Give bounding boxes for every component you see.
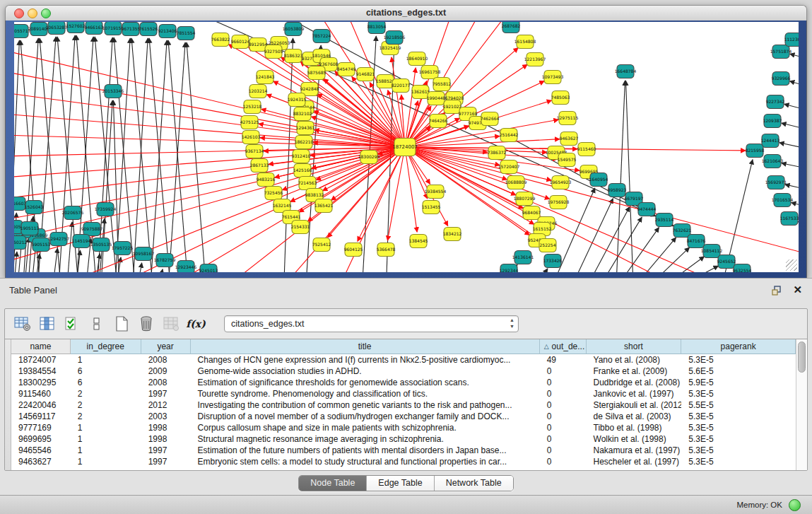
graph-node[interactable]: 1733426 xyxy=(543,255,563,268)
graph-node[interactable]: 10958167 xyxy=(133,247,155,261)
graph-node[interactable]: 9466163 xyxy=(85,22,104,35)
graph-node[interactable]: 5366478 xyxy=(377,243,396,257)
close-panel-icon[interactable]: ✕ xyxy=(793,284,802,296)
graph-node[interactable]: 8186323 xyxy=(284,49,303,63)
graph-node[interactable]: 1905113 xyxy=(20,222,40,235)
graph-node[interactable]: 10653287 xyxy=(46,22,68,35)
graph-node[interactable]: 1834212 xyxy=(443,228,462,241)
graph-node[interactable]: 7485063 xyxy=(551,91,570,105)
graph-node[interactable]: 1526043 xyxy=(25,201,44,214)
graph-node[interactable]: 2935114 xyxy=(655,214,674,227)
graph-node[interactable]: 10973493 xyxy=(542,71,564,84)
graph-node[interactable]: 7386372 xyxy=(488,146,507,160)
graph-node[interactable]: 9671355 xyxy=(122,23,141,36)
graph-node[interactable]: 1549575 xyxy=(558,153,577,167)
graph-node[interactable]: 5875685 xyxy=(307,66,326,80)
table-row[interactable]: 1938455462009Genome-wide association stu… xyxy=(11,366,796,377)
tab-edge-table[interactable]: Edge Table xyxy=(367,476,434,491)
graph-node[interactable]: 19218506 xyxy=(384,31,406,45)
graph-node[interactable]: 1145194 xyxy=(72,235,91,248)
graph-node[interactable]: 16782759 xyxy=(154,254,176,267)
graph-node[interactable]: 9327505 xyxy=(264,45,283,59)
graph-node[interactable]: 9684067 xyxy=(522,206,541,220)
graph-node[interactable]: 8471676 xyxy=(687,235,706,248)
graph-node[interactable]: 16053809 xyxy=(283,23,305,36)
table-row[interactable]: 946362711997Embryonic stem cells: a mode… xyxy=(11,456,796,467)
delete-table-icon[interactable] xyxy=(137,315,155,333)
graph-node[interactable]: 16154808 xyxy=(514,35,536,49)
table-row[interactable]: 946554611997Estimation of the future num… xyxy=(11,445,796,456)
graph-node[interactable]: 20153346 xyxy=(102,85,124,98)
graph-node[interactable]: 15692971 xyxy=(765,176,787,189)
graph-node[interactable]: 9463627 xyxy=(560,132,579,146)
vertical-scrollbar[interactable] xyxy=(796,339,807,470)
graph-node[interactable]: 1244413 xyxy=(761,134,780,148)
graph-node[interactable]: 7955812 xyxy=(433,78,452,91)
graph-node[interactable]: 9213406 xyxy=(158,25,177,38)
tab-network-table[interactable]: Network Table xyxy=(435,476,513,491)
graph-node[interactable]: 9245013 xyxy=(199,264,218,273)
table-row[interactable]: 969969511998Structural magnetic resonanc… xyxy=(11,433,796,445)
graph-node[interactable]: 252254 xyxy=(539,239,556,252)
resize-grip[interactable] xyxy=(786,259,797,271)
graph-node[interactable]: 5905153 xyxy=(32,238,51,252)
graph-node[interactable]: 1253218 xyxy=(243,100,262,114)
graph-node[interactable]: 2687682 xyxy=(502,22,521,33)
graph-node[interactable]: 1241843 xyxy=(256,71,275,84)
graph-node[interactable]: 17957225 xyxy=(112,242,134,255)
float-panel-icon[interactable] xyxy=(771,285,782,296)
graph-node[interactable]: 7214563 xyxy=(298,177,317,190)
graph-node[interactable]: 1990448 xyxy=(427,92,446,105)
column-header-name[interactable]: name xyxy=(11,339,71,354)
new-table-icon[interactable] xyxy=(112,315,131,333)
graph-node[interactable]: 7462664 xyxy=(481,112,500,126)
graph-node[interactable]: 16961758 xyxy=(419,66,441,79)
graph-node[interactable]: 7663822 xyxy=(211,33,230,47)
graph-node[interactable]: 2154331 xyxy=(291,221,310,234)
show-columns-icon[interactable] xyxy=(38,315,57,333)
graph-node[interactable]: 1425166 xyxy=(293,164,312,177)
table-options-icon[interactable] xyxy=(13,315,32,333)
graph-node[interactable]: 9146821 xyxy=(356,68,375,81)
graph-node[interactable]: 1365421 xyxy=(314,199,334,213)
graph-node[interactable]: 9474444 xyxy=(637,203,657,216)
column-header-year[interactable]: year xyxy=(141,339,191,354)
graph-node[interactable]: 1862210 xyxy=(295,136,314,149)
graph-node[interactable]: 12975115 xyxy=(557,112,579,125)
graph-node[interactable]: 1640954 xyxy=(589,173,608,187)
import-table-icon[interactable] xyxy=(162,315,180,333)
graph-node[interactable]: 90975887 xyxy=(81,223,103,236)
graph-node[interactable]: 7851554 xyxy=(177,27,196,40)
window-titlebar[interactable]: citations_edges.txt xyxy=(5,5,807,21)
graph-node[interactable]: 9329966 xyxy=(772,72,791,86)
graph-node[interactable]: 8958923 xyxy=(608,184,627,197)
graph-node[interactable]: 7857224 xyxy=(312,30,331,43)
graph-node[interactable]: 1527602 xyxy=(66,22,86,33)
graph-node[interactable]: 17016534 xyxy=(772,194,794,207)
table-row[interactable]: 1830029562008Estimation of significance … xyxy=(11,377,796,388)
column-header-pagerank[interactable]: pagerank xyxy=(681,339,796,354)
column-header-out_de[interactable]: △out_de... xyxy=(540,339,587,354)
graph-node[interactable]: 1203214 xyxy=(249,85,268,98)
graph-node[interactable]: 9312410 xyxy=(292,150,311,163)
graph-node[interactable]: 17359924 xyxy=(95,203,117,216)
table-row[interactable]: 2242004622012Investigating the contribut… xyxy=(11,399,796,411)
graph-node[interactable]: 18807299 xyxy=(514,192,536,206)
graph-node[interactable]: 8220177 xyxy=(392,79,411,93)
graph-node[interactable]: 7615526 xyxy=(139,23,158,36)
scrollbar-thumb[interactable] xyxy=(798,341,806,373)
graph-node[interactable]: 1292344 xyxy=(500,264,519,273)
graph-node[interactable]: 14136141 xyxy=(512,251,534,264)
graph-node[interactable]: 9227342 xyxy=(766,95,785,109)
graph-node[interactable]: 19756928 xyxy=(548,196,570,209)
graph-node[interactable]: 1167533 xyxy=(780,212,799,226)
graph-node[interactable]: 2867133 xyxy=(250,159,269,173)
graph-node[interactable]: 7464266 xyxy=(429,115,448,128)
table-row[interactable]: 911546021997Tourette syndrome. Phenomeno… xyxy=(11,388,796,399)
graph-node[interactable]: 1294361 xyxy=(296,122,315,135)
graph-node[interactable]: 7325456 xyxy=(264,187,283,200)
graph-node[interactable]: 9632554 xyxy=(733,264,752,273)
graph-node[interactable]: 9367134 xyxy=(245,145,264,158)
graph-node[interactable]: 7525412 xyxy=(312,238,331,252)
function-builder-icon[interactable]: f(x) xyxy=(187,315,205,333)
